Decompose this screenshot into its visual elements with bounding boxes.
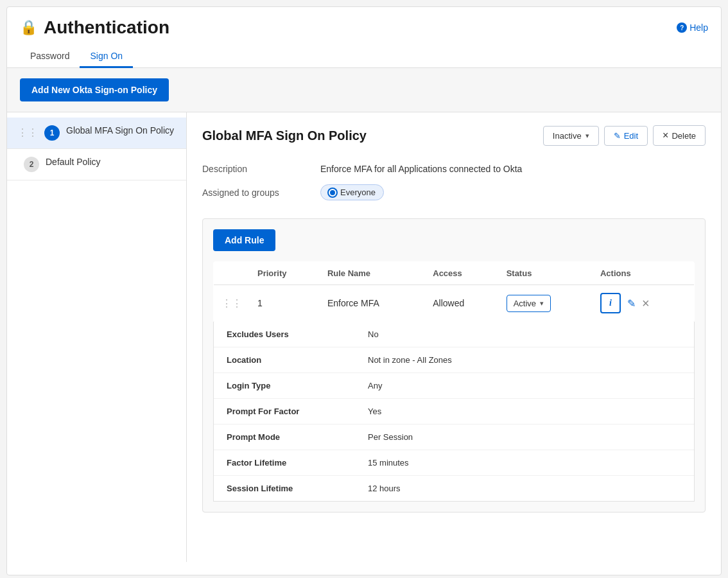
main-content: ⋮⋮ 1 Global MFA Sign On Policy 2 Default… bbox=[7, 112, 721, 562]
tabs-bar: Password Sign On bbox=[7, 38, 721, 68]
detail-key-6: Session Lifetime bbox=[227, 484, 329, 493]
add-rule-button[interactable]: Add Rule bbox=[213, 229, 275, 251]
detail-row-6: Session Lifetime 12 hours bbox=[214, 476, 694, 501]
x-icon: × bbox=[663, 130, 668, 141]
info-button[interactable]: i bbox=[600, 293, 621, 313]
rule-details: Excludes Users No Location Not in zone -… bbox=[213, 322, 695, 502]
rule-status-dropdown[interactable]: Active ▾ bbox=[507, 295, 551, 312]
description-row: Description Enforce MFA for all Applicat… bbox=[202, 159, 706, 179]
assigned-label: Assigned to groups bbox=[202, 188, 305, 198]
rule-status-label: Active bbox=[514, 299, 536, 308]
detail-val-2: Any bbox=[368, 381, 382, 390]
group-badge: Everyone bbox=[320, 184, 384, 200]
toolbar: Add New Okta Sign-on Policy bbox=[7, 68, 721, 112]
delete-button[interactable]: × Delete bbox=[653, 125, 706, 146]
detail-row-3: Prompt For Factor Yes bbox=[214, 399, 694, 425]
detail-row-4: Prompt Mode Per Session bbox=[214, 425, 694, 450]
item-label-1: Global MFA Sign On Policy bbox=[66, 125, 176, 136]
detail-key-5: Factor Lifetime bbox=[227, 458, 329, 468]
detail-panel: Global MFA Sign On Policy Inactive ▾ ✎ E… bbox=[187, 112, 721, 562]
policy-title: Global MFA Sign On Policy bbox=[202, 128, 367, 143]
table-row: ⋮⋮ 1 Enforce MFA Allowed Active ▾ bbox=[214, 285, 695, 322]
description-value: Enforce MFA for all Applications connect… bbox=[320, 164, 522, 174]
detail-key-4: Prompt Mode bbox=[227, 432, 329, 442]
lock-icon: 🔒 bbox=[20, 19, 37, 36]
row-actions: i ✎ × bbox=[593, 285, 695, 322]
page-title: Authentication bbox=[44, 17, 169, 38]
item-number-1: 1 bbox=[44, 125, 60, 141]
table-header-row: Priority Rule Name Access Status Actions bbox=[214, 262, 695, 285]
detail-key-1: Location bbox=[227, 355, 329, 365]
detail-row-1: Location Not in zone - All Zones bbox=[214, 347, 694, 373]
delete-rule-icon[interactable]: × bbox=[642, 296, 650, 311]
detail-val-6: 12 hours bbox=[368, 484, 401, 493]
policy-actions: Inactive ▾ ✎ Edit × Delete bbox=[543, 125, 706, 146]
help-circle-icon: ? bbox=[677, 22, 687, 33]
col-rule-name: Rule Name bbox=[320, 262, 425, 285]
radio-selected-icon bbox=[329, 189, 336, 197]
edit-rule-icon[interactable]: ✎ bbox=[627, 297, 636, 310]
pencil-icon: ✎ bbox=[614, 131, 621, 141]
item-number-2: 2 bbox=[24, 157, 39, 172]
row-priority: 1 bbox=[250, 285, 320, 322]
detail-val-5: 15 minutes bbox=[368, 458, 409, 468]
row-rule-name: Enforce MFA bbox=[320, 285, 425, 322]
status-dropdown-button[interactable]: Inactive ▾ bbox=[543, 126, 599, 146]
detail-key-0: Excludes Users bbox=[227, 329, 329, 339]
rules-section: Add Rule Priority Rule Name Access Statu… bbox=[202, 218, 706, 512]
sidebar-item-1[interactable]: ⋮⋮ 1 Global MFA Sign On Policy bbox=[7, 118, 186, 149]
info-icon: i bbox=[609, 298, 612, 308]
sidebar-item-2[interactable]: 2 Default Policy bbox=[7, 149, 186, 180]
help-link[interactable]: ? Help bbox=[677, 22, 708, 33]
detail-row-0: Excludes Users No bbox=[214, 322, 694, 347]
detail-row-2: Login Type Any bbox=[214, 373, 694, 399]
detail-val-3: Yes bbox=[368, 407, 381, 416]
col-priority: Priority bbox=[250, 262, 320, 285]
policy-header: Global MFA Sign On Policy Inactive ▾ ✎ E… bbox=[202, 125, 706, 146]
sidebar: ⋮⋮ 1 Global MFA Sign On Policy 2 Default… bbox=[7, 112, 187, 562]
group-name: Everyone bbox=[340, 188, 376, 197]
row-status: Active ▾ bbox=[499, 285, 593, 322]
detail-key-3: Prompt For Factor bbox=[227, 407, 329, 416]
add-policy-button[interactable]: Add New Okta Sign-on Policy bbox=[20, 78, 169, 101]
assigned-row: Assigned to groups Everyone bbox=[202, 179, 706, 206]
edit-button[interactable]: ✎ Edit bbox=[604, 126, 648, 146]
item-label-2: Default Policy bbox=[46, 157, 176, 167]
chevron-down-small-icon: ▾ bbox=[540, 299, 544, 308]
detail-val-0: No bbox=[368, 329, 379, 339]
col-status: Status bbox=[499, 262, 593, 285]
tab-password[interactable]: Password bbox=[20, 46, 80, 68]
policy-meta: Description Enforce MFA for all Applicat… bbox=[202, 159, 706, 206]
help-label: Help bbox=[689, 22, 708, 33]
page-wrapper: 🔒 Authentication ? Help Password Sign On… bbox=[6, 6, 722, 575]
description-label: Description bbox=[202, 164, 305, 174]
tab-sign-on[interactable]: Sign On bbox=[80, 46, 133, 68]
col-actions: Actions bbox=[593, 262, 695, 285]
row-drag-handle: ⋮⋮ bbox=[214, 285, 250, 322]
rules-table: Priority Rule Name Access Status Actions… bbox=[213, 261, 695, 322]
status-label: Inactive bbox=[553, 131, 582, 141]
action-icons: i ✎ × bbox=[600, 293, 686, 313]
detail-row-5: Factor Lifetime 15 minutes bbox=[214, 450, 694, 476]
detail-key-2: Login Type bbox=[227, 381, 329, 390]
detail-val-4: Per Session bbox=[368, 432, 413, 442]
row-access: Allowed bbox=[425, 285, 498, 322]
detail-val-1: Not in zone - All Zones bbox=[368, 355, 452, 365]
drag-handle-icon: ⋮⋮ bbox=[17, 127, 38, 139]
drag-dots-icon: ⋮⋮ bbox=[221, 298, 242, 309]
col-access: Access bbox=[425, 262, 498, 285]
chevron-down-icon: ▾ bbox=[585, 132, 589, 140]
page-header: 🔒 Authentication ? Help bbox=[7, 7, 721, 38]
title-row: 🔒 Authentication bbox=[20, 17, 169, 38]
col-drag bbox=[214, 262, 250, 285]
